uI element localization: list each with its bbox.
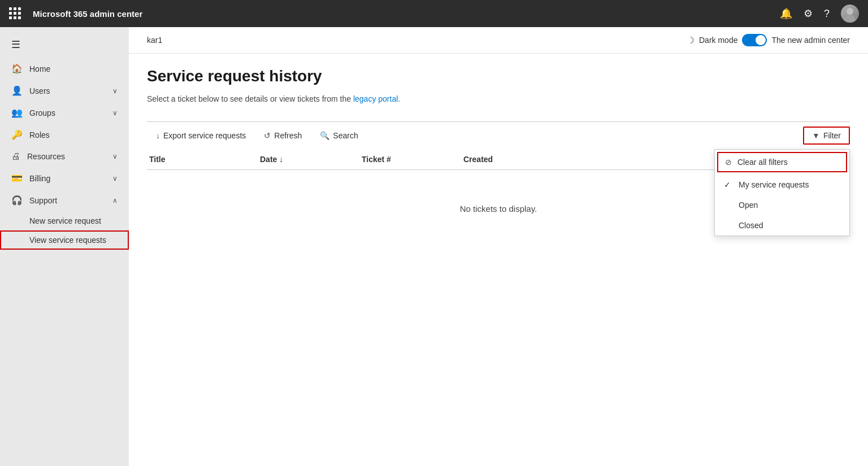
page-subtitle: Select a ticket below to see details or … bbox=[147, 94, 850, 103]
page-content: Service request history Select a ticket … bbox=[129, 54, 868, 466]
chevron-down-icon: ∨ bbox=[112, 109, 118, 117]
dark-mode-label: Dark mode bbox=[699, 36, 737, 45]
sidebar-item-groups-label: Groups bbox=[29, 108, 106, 117]
resources-icon: 🖨 bbox=[11, 151, 20, 162]
dark-mode-section: ☽ Dark mode The new admin center bbox=[687, 34, 850, 46]
sidebar: ☰ 🏠 Home 👤 Users ∨ 👥 Groups ∨ 🔑 Roles 🖨 … bbox=[0, 27, 129, 466]
sidebar-item-users[interactable]: 👤 Users ∨ bbox=[0, 80, 129, 102]
content-header-bar: kar1 ☽ Dark mode The new admin center bbox=[129, 27, 868, 54]
filter-button[interactable]: ▼ Filter bbox=[803, 127, 850, 145]
empty-check bbox=[724, 201, 733, 210]
closed-label: Closed bbox=[739, 221, 763, 230]
export-label: Export service requests bbox=[163, 131, 246, 140]
notification-icon[interactable]: 🔔 bbox=[780, 7, 792, 20]
app-launcher-icon[interactable] bbox=[9, 7, 21, 20]
filter-dropdown: ⊘ Clear all filters ✓ My service request… bbox=[714, 149, 850, 236]
closed-item[interactable]: Closed bbox=[715, 215, 849, 236]
new-admin-center-toggle[interactable] bbox=[742, 34, 767, 46]
sidebar-item-users-label: Users bbox=[29, 86, 106, 95]
filter-icon: ▼ bbox=[812, 131, 820, 140]
check-icon: ✓ bbox=[724, 180, 733, 189]
refresh-icon: ↺ bbox=[264, 131, 271, 140]
open-item[interactable]: Open bbox=[715, 195, 849, 215]
sidebar-item-resources-label: Resources bbox=[27, 152, 106, 161]
empty-check bbox=[724, 221, 733, 230]
billing-icon: 💳 bbox=[11, 173, 23, 184]
home-icon: 🏠 bbox=[11, 63, 23, 74]
topbar: Microsoft 365 admin center 🔔 ⚙ ? bbox=[0, 0, 868, 27]
moon-icon: ☽ bbox=[687, 35, 695, 46]
chevron-down-icon: ∨ bbox=[112, 175, 118, 182]
chevron-down-icon: ∨ bbox=[112, 153, 118, 160]
new-admin-center-label: The new admin center bbox=[771, 36, 850, 45]
sidebar-item-billing[interactable]: 💳 Billing ∨ bbox=[0, 167, 129, 189]
sidebar-sub-item-view-service-requests[interactable]: View service requests bbox=[0, 230, 129, 250]
sidebar-item-support-label: Support bbox=[29, 196, 106, 205]
content-area: kar1 ☽ Dark mode The new admin center Se… bbox=[129, 27, 868, 466]
support-icon: 🎧 bbox=[11, 195, 23, 206]
users-icon: 👤 bbox=[11, 85, 23, 96]
sidebar-item-support[interactable]: 🎧 Support ∧ bbox=[0, 189, 129, 211]
clear-all-filters-item[interactable]: ⊘ Clear all filters bbox=[717, 152, 847, 172]
user-avatar[interactable] bbox=[841, 5, 859, 23]
settings-icon[interactable]: ⚙ bbox=[804, 7, 813, 20]
sidebar-item-home-label: Home bbox=[29, 64, 118, 73]
chevron-up-icon: ∧ bbox=[112, 197, 118, 204]
open-label: Open bbox=[739, 201, 758, 210]
export-button[interactable]: ↓ Export service requests bbox=[147, 127, 255, 145]
subtitle-text: Select a ticket below to see details or … bbox=[147, 94, 353, 103]
sidebar-item-roles[interactable]: 🔑 Roles bbox=[0, 124, 129, 146]
chevron-down-icon: ∨ bbox=[112, 87, 118, 95]
refresh-label: Refresh bbox=[274, 131, 302, 140]
new-service-request-label: New service request bbox=[29, 216, 101, 225]
tenant-name: kar1 bbox=[147, 36, 162, 45]
col-title-header: Title bbox=[147, 155, 260, 164]
help-icon[interactable]: ? bbox=[824, 8, 830, 20]
my-service-requests-label: My service requests bbox=[739, 180, 809, 189]
sort-down-icon: ↓ bbox=[279, 155, 283, 164]
col-ticket-header: Ticket # bbox=[362, 155, 463, 164]
filter-label: Filter bbox=[823, 131, 841, 140]
sidebar-item-home[interactable]: 🏠 Home bbox=[0, 58, 129, 80]
search-icon: 🔍 bbox=[320, 131, 329, 140]
legacy-portal-link[interactable]: legacy portal. bbox=[353, 94, 400, 103]
sidebar-sub-item-new-service-request[interactable]: New service request bbox=[0, 211, 129, 230]
app-title: Microsoft 365 admin center bbox=[33, 9, 773, 19]
download-icon: ↓ bbox=[156, 131, 160, 140]
clear-all-label: Clear all filters bbox=[737, 158, 788, 167]
clear-filter-icon: ⊘ bbox=[725, 158, 732, 167]
sidebar-hamburger[interactable]: ☰ bbox=[0, 32, 129, 58]
sidebar-item-billing-label: Billing bbox=[29, 174, 106, 183]
topbar-icons: 🔔 ⚙ ? bbox=[780, 5, 859, 23]
search-button[interactable]: 🔍 Search bbox=[311, 127, 367, 145]
page-title: Service request history bbox=[147, 67, 850, 85]
roles-icon: 🔑 bbox=[11, 129, 23, 140]
main-layout: ☰ 🏠 Home 👤 Users ∨ 👥 Groups ∨ 🔑 Roles 🖨 … bbox=[0, 27, 868, 466]
view-service-requests-label: View service requests bbox=[29, 236, 106, 245]
sidebar-item-roles-label: Roles bbox=[29, 130, 118, 140]
col-date-header: Date ↓ bbox=[260, 155, 362, 164]
sidebar-item-resources[interactable]: 🖨 Resources ∨ bbox=[0, 146, 129, 167]
search-label: Search bbox=[333, 131, 358, 140]
groups-icon: 👥 bbox=[11, 107, 23, 118]
my-service-requests-item[interactable]: ✓ My service requests bbox=[715, 175, 849, 195]
refresh-button[interactable]: ↺ Refresh bbox=[255, 127, 311, 145]
sidebar-item-groups[interactable]: 👥 Groups ∨ bbox=[0, 102, 129, 124]
toolbar: ↓ Export service requests ↺ Refresh 🔍 Se… bbox=[147, 121, 850, 149]
